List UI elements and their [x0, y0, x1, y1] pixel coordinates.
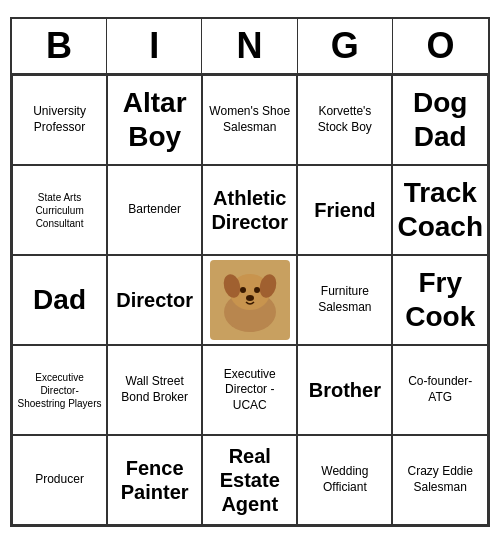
svg-point-6 [254, 287, 260, 293]
bingo-letter-o: O [393, 19, 488, 73]
cell-text-6: Bartender [128, 202, 181, 218]
bingo-cell-8: Friend [297, 165, 392, 255]
cell-text-3: Korvette's Stock Boy [302, 104, 387, 135]
bingo-cell-23: Wedding Officiant [297, 435, 392, 525]
cell-text-11: Director [116, 288, 193, 312]
bingo-cell-9: Track Coach [392, 165, 488, 255]
cell-text-23: Wedding Officiant [302, 464, 387, 495]
dog-image [210, 260, 290, 340]
cell-text-24: Crazy Eddie Salesman [397, 464, 483, 495]
cell-text-22: Real Estate Agent [207, 444, 292, 516]
bingo-cell-18: Brother [297, 345, 392, 435]
bingo-cell-5: State Arts Curriculum Consultant [12, 165, 107, 255]
bingo-cell-7: Athletic Director [202, 165, 297, 255]
bingo-cell-17: Executive Director - UCAC [202, 345, 297, 435]
cell-text-21: Fence Painter [112, 456, 197, 504]
bingo-letter-n: N [202, 19, 297, 73]
bingo-cell-0: University Professor [12, 75, 107, 165]
bingo-cell-22: Real Estate Agent [202, 435, 297, 525]
bingo-cell-12 [202, 255, 297, 345]
bingo-cell-6: Bartender [107, 165, 202, 255]
bingo-cell-13: Furniture Salesman [297, 255, 392, 345]
cell-text-0: University Professor [17, 104, 102, 135]
bingo-cell-24: Crazy Eddie Salesman [392, 435, 488, 525]
bingo-grid: University ProfessorAltar BoyWomen's Sho… [12, 75, 488, 525]
cell-text-4: Dog Dad [397, 86, 483, 153]
bingo-card: BINGO University ProfessorAltar BoyWomen… [10, 17, 490, 527]
cell-text-15: Excecutive Director- Shoestring Players [17, 371, 102, 410]
cell-text-13: Furniture Salesman [302, 284, 387, 315]
cell-text-8: Friend [314, 198, 375, 222]
bingo-letter-i: I [107, 19, 202, 73]
bingo-cell-14: Fry Cook [392, 255, 488, 345]
cell-text-16: Wall Street Bond Broker [112, 374, 197, 405]
cell-text-18: Brother [309, 378, 381, 402]
cell-text-20: Producer [35, 472, 84, 488]
svg-point-5 [240, 287, 246, 293]
svg-point-7 [246, 295, 254, 301]
cell-text-1: Altar Boy [112, 86, 197, 153]
cell-text-14: Fry Cook [397, 266, 483, 333]
cell-text-5: State Arts Curriculum Consultant [17, 191, 102, 230]
cell-text-19: Co-founder- ATG [397, 374, 483, 405]
bingo-cell-20: Producer [12, 435, 107, 525]
bingo-cell-3: Korvette's Stock Boy [297, 75, 392, 165]
bingo-letter-b: B [12, 19, 107, 73]
bingo-cell-4: Dog Dad [392, 75, 488, 165]
bingo-cell-19: Co-founder- ATG [392, 345, 488, 435]
cell-text-17: Executive Director - UCAC [207, 367, 292, 414]
bingo-cell-11: Director [107, 255, 202, 345]
bingo-header: BINGO [12, 19, 488, 75]
bingo-cell-10: Dad [12, 255, 107, 345]
cell-text-2: Women's Shoe Salesman [207, 104, 292, 135]
bingo-cell-21: Fence Painter [107, 435, 202, 525]
bingo-letter-g: G [298, 19, 393, 73]
bingo-cell-1: Altar Boy [107, 75, 202, 165]
cell-text-7: Athletic Director [207, 186, 292, 234]
bingo-cell-2: Women's Shoe Salesman [202, 75, 297, 165]
bingo-cell-16: Wall Street Bond Broker [107, 345, 202, 435]
cell-text-9: Track Coach [397, 176, 483, 243]
bingo-cell-15: Excecutive Director- Shoestring Players [12, 345, 107, 435]
cell-text-10: Dad [33, 283, 86, 317]
